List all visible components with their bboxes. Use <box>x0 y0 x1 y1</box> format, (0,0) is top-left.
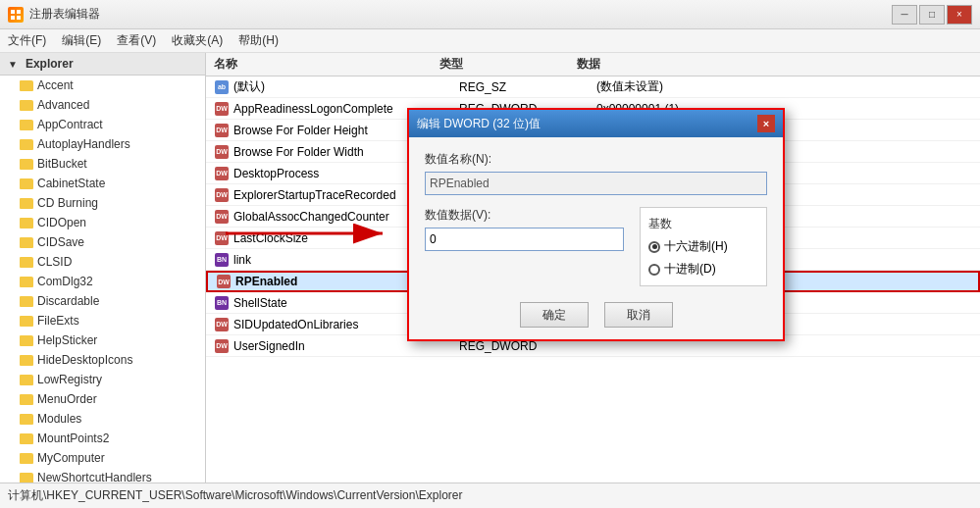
sidebar-item-comdlg32[interactable]: ComDlg32 <box>0 272 205 291</box>
folder-icon <box>20 414 33 425</box>
menu-edit[interactable]: 编辑(E) <box>54 30 109 51</box>
base-area: 基数 十六进制(H) 十进制(D) <box>640 207 767 286</box>
sidebar-item-cidsave[interactable]: CIDSave <box>0 232 205 252</box>
folder-icon <box>20 453 33 464</box>
folder-icon <box>20 296 33 307</box>
sidebar-item-advanced[interactable]: Advanced <box>0 95 205 115</box>
reg-dword-icon: DW <box>214 123 230 138</box>
data-label: 数值数据(V): <box>425 207 624 224</box>
reg-dword-icon: DW <box>214 209 230 225</box>
title-bar-left: 注册表编辑器 <box>8 6 100 23</box>
col-header-data: 数据 <box>577 56 972 73</box>
reg-dword-icon: DW <box>214 317 230 332</box>
value-area: 数值数据(V): <box>425 207 624 251</box>
reg-sz-icon: ab <box>214 79 230 95</box>
dialog-body: 数值名称(N): 数值数据(V): 基数 十六进制(H) <box>409 137 783 339</box>
folder-expand-icon: ▼ <box>8 59 18 70</box>
sidebar-item-hidedesktopicons[interactable]: HideDesktopIcons <box>0 350 205 370</box>
dialog-title: 编辑 DWORD (32 位)值 <box>417 116 541 132</box>
folder-icon <box>20 139 33 150</box>
sidebar-item-cabinetstate[interactable]: CabinetState <box>0 174 205 193</box>
sidebar-item-modules[interactable]: Modules <box>0 409 205 429</box>
folder-icon <box>20 473 33 483</box>
svg-rect-0 <box>11 10 15 14</box>
maximize-button[interactable]: □ <box>919 5 945 25</box>
title-bar: 注册表编辑器 ─ □ × <box>0 0 980 29</box>
folder-icon <box>20 218 33 229</box>
folder-icon <box>20 159 33 170</box>
menu-bar: 文件(F) 编辑(E) 查看(V) 收藏夹(A) 帮助(H) <box>0 29 980 53</box>
dec-radio[interactable]: 十进制(D) <box>648 261 758 278</box>
table-row[interactable]: ab (默认) REG_SZ (数值未设置) <box>206 76 980 98</box>
edit-dword-dialog: 编辑 DWORD (32 位)值 × 数值名称(N): 数值数据(V): 基数 … <box>407 108 785 341</box>
dec-radio-label: 十进制(D) <box>664 261 716 278</box>
radio-group: 十六进制(H) 十进制(D) <box>648 238 758 278</box>
svg-rect-1 <box>17 10 21 14</box>
folder-icon <box>20 375 33 385</box>
sidebar-item-fileexts[interactable]: FileExts <box>0 311 205 330</box>
sidebar-item-appcontract[interactable]: AppContract <box>0 115 205 134</box>
window-controls: ─ □ × <box>892 5 972 25</box>
sidebar-item-menuorder[interactable]: MenuOrder <box>0 389 205 409</box>
sidebar-item-clsid[interactable]: CLSID <box>0 252 205 272</box>
reg-dword-icon: DW <box>216 274 232 289</box>
folder-icon <box>20 355 33 366</box>
folder-icon <box>20 335 33 346</box>
dec-radio-dot <box>648 264 660 276</box>
hex-radio-dot <box>648 241 660 253</box>
close-button[interactable]: × <box>947 5 972 25</box>
data-input[interactable] <box>425 228 624 251</box>
sidebar-item-newshortcuthandlers[interactable]: NewShortcutHandlers <box>0 468 205 483</box>
col-header-type: 类型 <box>439 56 577 73</box>
sidebar-header[interactable]: ▼ Explorer <box>0 53 205 76</box>
folder-icon <box>20 237 33 248</box>
reg-dword-icon: DW <box>214 230 230 246</box>
folder-icon <box>20 80 33 91</box>
base-label: 基数 <box>648 216 758 232</box>
svg-rect-3 <box>17 16 21 20</box>
data-row: 数值数据(V): 基数 十六进制(H) 十进制(D) <box>425 207 767 286</box>
sidebar-item-accent[interactable]: Accent <box>0 76 205 95</box>
reg-dword-icon: DW <box>214 338 230 354</box>
menu-view[interactable]: 查看(V) <box>109 30 164 51</box>
reg-binary-icon: BN <box>214 295 230 311</box>
sidebar-item-autoplay[interactable]: AutoplayHandlers <box>0 134 205 154</box>
window-title: 注册表编辑器 <box>29 6 100 23</box>
sidebar-item-lowregistry[interactable]: LowRegistry <box>0 370 205 389</box>
cancel-button[interactable]: 取消 <box>604 302 673 328</box>
reg-dword-icon: DW <box>214 101 230 117</box>
dialog-close-button[interactable]: × <box>757 115 775 132</box>
folder-icon <box>20 394 33 405</box>
status-text: 计算机\HKEY_CURRENT_USER\Software\Microsoft… <box>8 487 462 504</box>
sidebar-item-bitbucket[interactable]: BitBucket <box>0 154 205 174</box>
minimize-button[interactable]: ─ <box>892 5 917 25</box>
sidebar-item-mountpoints2[interactable]: MountPoints2 <box>0 429 205 448</box>
folder-icon <box>20 316 33 327</box>
folder-icon <box>20 100 33 111</box>
hex-radio-label: 十六进制(H) <box>664 238 728 255</box>
sidebar-item-mycomputer[interactable]: MyComputer <box>0 448 205 468</box>
menu-favorites[interactable]: 收藏夹(A) <box>164 30 231 51</box>
reg-dword-icon: DW <box>214 144 230 160</box>
folder-icon <box>20 120 33 130</box>
hex-radio[interactable]: 十六进制(H) <box>648 238 758 255</box>
folder-icon <box>20 178 33 189</box>
name-input[interactable] <box>425 172 767 195</box>
sidebar: ▼ Explorer Accent Advanced AppContract A… <box>0 53 206 483</box>
sidebar-item-cidopen[interactable]: CIDOpen <box>0 213 205 232</box>
sidebar-item-cdburning[interactable]: CD Burning <box>0 193 205 213</box>
sidebar-item-helpsticker[interactable]: HelpSticker <box>0 330 205 350</box>
folder-icon <box>20 433 33 444</box>
table-header: 名称 类型 数据 <box>206 53 980 76</box>
menu-file[interactable]: 文件(F) <box>0 30 54 51</box>
sidebar-item-discardable[interactable]: Discardable <box>0 291 205 311</box>
name-label: 数值名称(N): <box>425 151 767 168</box>
folder-icon <box>20 277 33 287</box>
reg-dword-icon: DW <box>214 187 230 203</box>
app-icon <box>8 7 24 23</box>
sidebar-header-label: Explorer <box>26 57 74 71</box>
menu-help[interactable]: 帮助(H) <box>231 30 286 51</box>
reg-binary-icon: BN <box>214 252 230 268</box>
reg-dword-icon: DW <box>214 166 230 181</box>
ok-button[interactable]: 确定 <box>520 302 589 328</box>
